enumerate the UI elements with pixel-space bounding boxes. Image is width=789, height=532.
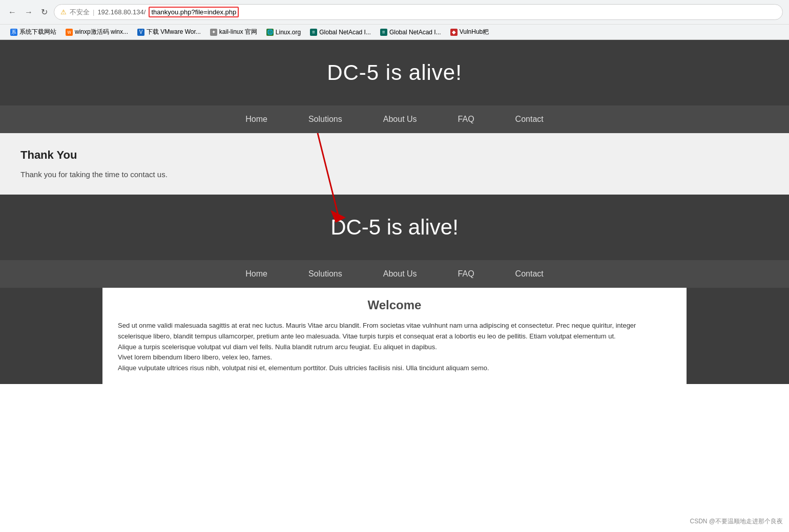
bookmark-label: 系统下载网站 (19, 28, 56, 36)
address-bar[interactable]: ⚠ 不安全 | 192.168.80.134/thankyou.php?file… (54, 4, 783, 20)
browser-toolbar: ← → ↻ ⚠ 不安全 | 192.168.80.134/thankyou.ph… (0, 0, 789, 24)
warning-icon: ⚠ (60, 8, 67, 16)
bookmark-label: 下载 VMware Wor... (147, 28, 201, 36)
bookmark-icon: ✦ (210, 29, 217, 36)
bookmark-icon: V (137, 29, 144, 36)
included-nav-about[interactable]: About Us (383, 269, 417, 279)
nav-home[interactable]: Home (245, 115, 267, 124)
bookmarks-bar: 系 系统下载网站 w winxp激活码 winx... V 下载 VMware … (0, 24, 789, 39)
included-header: DC-5 is alive! (0, 195, 789, 260)
bookmark-label: kail-linux 官网 (219, 28, 257, 36)
site-header: DC-5 is alive! (0, 40, 789, 105)
bookmark-kali[interactable]: ✦ kail-linux 官网 (206, 27, 261, 37)
nav-contact[interactable]: Contact (515, 115, 544, 124)
url-base: 192.168.80.134/ (97, 8, 146, 16)
site-content: Thank You Thank you for taking the time … (0, 133, 789, 195)
bookmark-label: winxp激活码 winx... (75, 28, 128, 36)
bookmark-icon: 系 (10, 29, 17, 36)
included-page-body: Sed ut onme validi malesuada sagittis at… (118, 321, 671, 374)
browser-chrome: ← → ↻ ⚠ 不安全 | 192.168.80.134/thankyou.ph… (0, 0, 789, 40)
bookmark-netacad1[interactable]: ≡ Global NetAcad I... (306, 28, 375, 37)
bookmark-icon: ◆ (450, 29, 458, 36)
site-title: DC-5 is alive! (10, 60, 779, 85)
included-nav-contact[interactable]: Contact (515, 269, 544, 279)
site-nav: Home Solutions About Us FAQ Contact (0, 105, 789, 133)
included-section: DC-5 is alive! Home Solutions About Us F… (0, 195, 789, 384)
url-path: thankyou.php?file=index.php (149, 7, 239, 17)
included-title: DC-5 is alive! (10, 215, 779, 240)
nav-faq[interactable]: FAQ (458, 115, 474, 124)
included-page-title: Welcome (118, 298, 671, 312)
site-wrapper: DC-5 is alive! Home Solutions About Us F… (0, 40, 789, 384)
bookmark-netacad2[interactable]: ≡ Global NetAcad I... (376, 28, 445, 37)
bookmark-linux[interactable]: 🌐 Linux.org (262, 28, 305, 37)
bookmark-icon: ≡ (380, 29, 387, 36)
included-nav-faq[interactable]: FAQ (458, 269, 474, 279)
bookmark-label: Global NetAcad I... (319, 29, 371, 36)
refresh-button[interactable]: ↻ (39, 5, 50, 19)
url-separator: | (93, 8, 94, 16)
bookmark-winxp[interactable]: w winxp激活码 winx... (61, 27, 132, 37)
back-button[interactable]: ← (6, 6, 18, 19)
bookmark-icon: 🌐 (266, 29, 274, 36)
bookmark-vulnhub[interactable]: ◆ VulnHub粑 (446, 27, 493, 37)
insecure-label: 不安全 (70, 8, 90, 17)
nav-solutions[interactable]: Solutions (308, 115, 342, 124)
content-body: Thank you for taking the time to contact… (20, 170, 769, 179)
nav-about[interactable]: About Us (383, 115, 417, 124)
bookmark-label: VulnHub粑 (460, 28, 489, 36)
bookmark-vmware[interactable]: V 下载 VMware Wor... (133, 27, 205, 37)
bookmark-label: Linux.org (276, 29, 301, 36)
included-nav-solutions[interactable]: Solutions (308, 269, 342, 279)
bookmark-label: Global NetAcad I... (389, 29, 441, 36)
forward-button[interactable]: → (23, 6, 35, 19)
included-page-content: Welcome Sed ut onme validi malesuada sag… (102, 288, 687, 384)
bookmark-icon: w (66, 29, 73, 36)
included-nav: Home Solutions About Us FAQ Contact (0, 260, 789, 288)
bookmark-system-download[interactable]: 系 系统下载网站 (6, 27, 60, 37)
included-nav-home[interactable]: Home (245, 269, 267, 279)
bookmark-icon: ≡ (310, 29, 317, 36)
content-wrapper: Thank You Thank you for taking the time … (0, 133, 789, 195)
content-title: Thank You (20, 148, 769, 162)
